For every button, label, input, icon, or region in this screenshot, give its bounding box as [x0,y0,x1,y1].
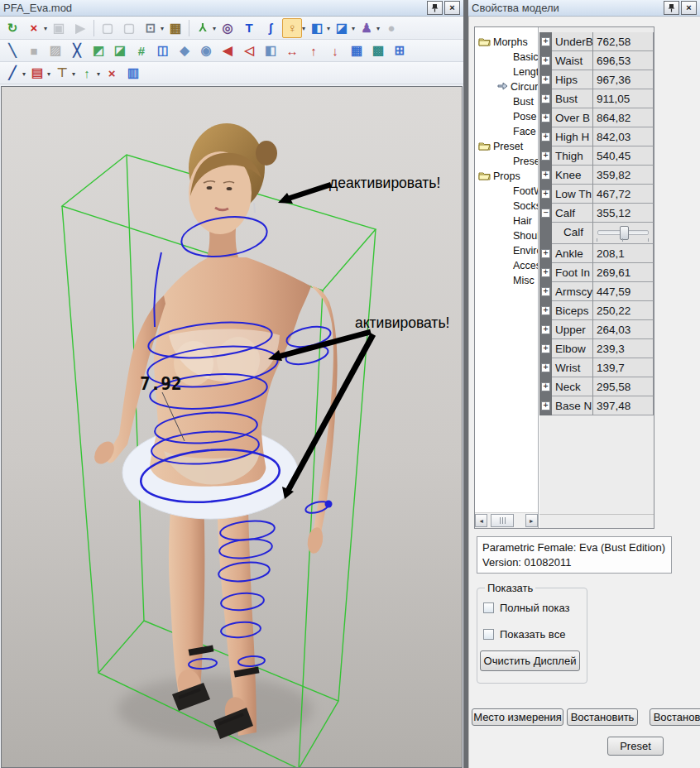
tree-item-face[interactable]: Face [475,124,538,139]
marquee-select-icon[interactable]: ⊡ [141,18,161,38]
measurement-value[interactable]: 208,1 [593,244,654,263]
checkbox-show-all[interactable] [483,629,494,640]
expand-icon[interactable]: + [541,249,550,258]
measurement-value[interactable]: 540,45 [593,146,654,166]
close-icon[interactable]: × [681,1,697,15]
open-model-icon[interactable]: ◪ [332,18,352,38]
measurement-value[interactable]: 762,58 [593,32,654,51]
expand-icon[interactable]: + [541,325,550,334]
properties-form-icon[interactable]: ▥ [123,63,143,83]
tree-hscrollbar[interactable]: ◄ ► [475,512,538,528]
tree-item-pose[interactable]: Pose [475,109,538,124]
export-checker-icon[interactable]: ▦ [165,18,185,38]
tree-item-hair[interactable]: Hair [475,214,538,228]
expand-icon[interactable]: + [541,344,550,353]
material-sphere-icon[interactable]: ● [381,18,401,38]
text-tool-icon[interactable]: T [239,18,259,38]
expand-icon[interactable]: + [541,401,550,410]
scroll-thumb[interactable] [491,514,513,527]
axis-tripod-dropdown-icon[interactable]: ▾ [213,25,216,32]
measurement-value[interactable]: 397,48 [593,396,654,415]
measurement-value[interactable]: 911,05 [593,89,654,108]
mesh-dense-icon[interactable]: ▩ [368,41,388,60]
measurement-value[interactable]: 696,53 [593,51,654,70]
delete-seam-icon[interactable]: × [102,63,122,83]
cylinder-arrow-icon[interactable]: ◉ [196,41,216,60]
tweak-tools-icon[interactable]: # [132,41,151,60]
measure-person-icon[interactable]: ♀ [282,18,302,38]
tree-item-lengtl[interactable]: Lengtl [475,65,538,79]
cube-left-icon[interactable]: ◧ [261,41,280,60]
close-icon[interactable]: × [444,1,460,15]
checkbox-full-display[interactable] [483,602,494,613]
pin-icon[interactable] [664,1,679,15]
expand-icon[interactable]: + [541,132,550,142]
collapse-icon[interactable]: − [541,209,550,218]
tree-item-socks[interactable]: Socks [475,199,538,214]
delete-model-dropdown-icon[interactable]: ▾ [44,25,47,32]
calf-slider[interactable] [593,223,654,244]
pattern-piece-dropdown-icon[interactable]: ▾ [47,70,50,78]
restore-button[interactable]: Востановить [567,708,638,726]
clear-display-button[interactable]: Очистить Дисплей [480,650,580,671]
expand-icon[interactable]: + [541,113,550,122]
tree-item-envirc[interactable]: Envirc [475,243,538,258]
paint-face-icon[interactable]: ◪ [110,41,130,60]
measurement-value[interactable]: 239,3 [593,339,654,358]
measurement-value[interactable]: 269,61 [593,263,654,282]
stretch-cross-icon[interactable]: ╳ [67,41,87,60]
edit-person-dropdown-icon[interactable]: ▾ [376,25,380,32]
tree-item-misc[interactable]: Misc [475,273,538,288]
measurement-value[interactable]: 467,72 [593,185,654,204]
cube-down-icon[interactable]: ↓ [325,41,345,60]
seam-pen-icon[interactable]: ╱ [2,63,22,83]
seam-pen-dropdown-icon[interactable]: ▾ [22,70,26,78]
expand-icon[interactable]: + [541,306,550,315]
rotate-cube-icon[interactable]: ◆ [175,41,194,60]
face-pull-left-icon[interactable]: ◀ [218,41,237,60]
expand-icon[interactable]: + [541,75,550,84]
measurement-value[interactable]: 295,58 [593,377,654,396]
measure-place-button[interactable]: Место измерения [472,708,563,726]
object-tools-dropdown-icon[interactable]: ▾ [327,25,330,32]
measurement-value[interactable]: 447,59 [593,282,654,301]
expand-icon[interactable]: + [541,170,550,180]
pattern-piece-icon[interactable]: ▤ [27,63,47,83]
delete-model-icon[interactable]: × [24,18,44,38]
face-pull-frame-icon[interactable]: ◁ [239,41,259,60]
select-face-icon[interactable]: ◩ [89,41,108,60]
axis-tripod-icon[interactable]: Y [193,18,213,38]
tree-item-morphs[interactable]: Morphs [475,35,538,50]
scroll-left-icon[interactable]: ◄ [475,514,487,527]
preset-button[interactable]: Preset [607,737,664,756]
tree-item-prese[interactable]: Prese [475,154,538,169]
viewport-3d[interactable]: деактивировать! активировать! 7.92 [1,86,463,768]
cube-up-icon[interactable]: ↑ [304,41,324,60]
measurement-value[interactable]: 864,82 [593,108,654,127]
copy-pieces-dropdown-icon[interactable]: ▾ [97,70,100,78]
copy-pieces-icon[interactable]: ↑ [77,63,97,83]
hammer-tool-icon[interactable]: ⊤ [52,63,72,83]
expand-icon[interactable]: + [541,363,550,372]
expand-icon[interactable]: + [541,56,550,65]
region-a-icon[interactable]: ■ [24,41,44,60]
measurement-value[interactable]: 139,7 [593,358,654,377]
tree-item-preset[interactable]: Preset [475,139,538,154]
expand-icon[interactable]: + [541,287,550,296]
expand-icon[interactable]: + [541,268,550,277]
measure-person-dropdown-icon[interactable]: ▾ [302,25,305,32]
tree-item-circur[interactable]: Circur [475,79,538,94]
measurement-value[interactable]: 842,03 [593,127,654,146]
measurement-value[interactable]: 359,82 [593,166,654,185]
pin-icon[interactable] [427,1,443,15]
cube-both-icon[interactable]: ↔ [282,41,302,60]
tree-item-shoul[interactable]: Shoul [475,228,538,243]
tree-item-acces[interactable]: Acces [475,258,538,273]
expand-icon[interactable]: + [541,151,550,161]
tree-item-basics[interactable]: Basics [475,50,538,65]
region-b-icon[interactable]: ▨ [46,41,65,60]
measure-line-icon[interactable]: ╲ [2,41,22,60]
measurement-value[interactable]: 355,12 [593,204,654,223]
mesh-solid-icon[interactable]: ⊞ [390,41,410,60]
expand-icon[interactable]: + [541,382,550,391]
